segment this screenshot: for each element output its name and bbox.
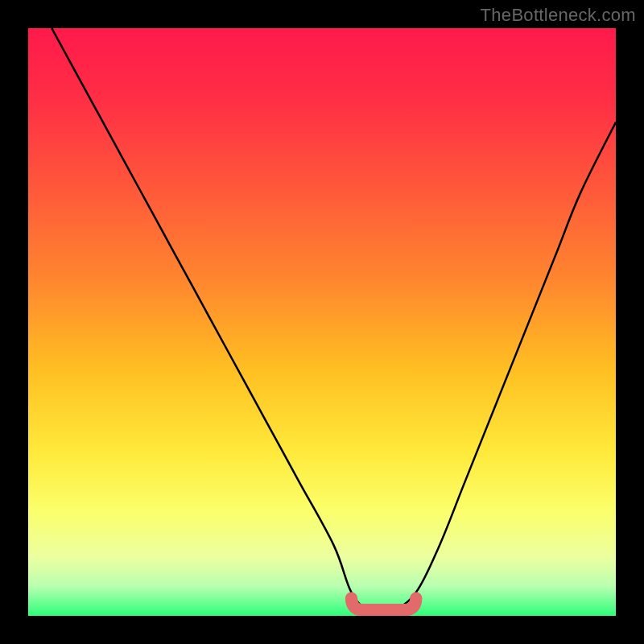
watermark-text: TheBottleneck.com [481,5,636,26]
chart-frame: TheBottleneck.com [0,0,644,644]
plot-area [28,28,616,616]
bottleneck-curve [28,28,616,616]
curve-path [52,28,616,613]
trough-marker [352,598,416,610]
